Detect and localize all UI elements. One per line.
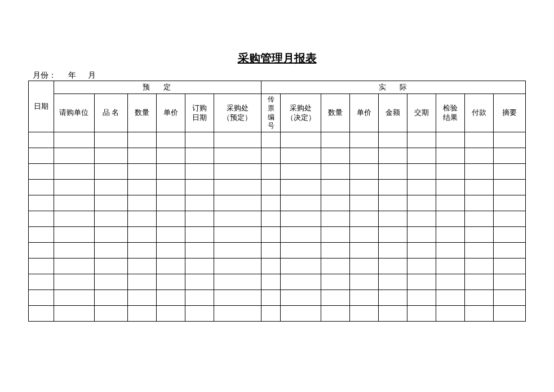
- table-cell: [350, 164, 379, 180]
- table-cell: [94, 180, 127, 195]
- year-char: 年: [68, 71, 76, 79]
- table-cell: [407, 164, 436, 180]
- table-cell: [127, 211, 156, 227]
- table-cell: [321, 132, 350, 148]
- table-cell: [214, 148, 262, 164]
- table-cell: [281, 290, 321, 306]
- table-cell: [379, 227, 407, 243]
- table-cell: [321, 259, 350, 274]
- table-cell: [436, 164, 464, 180]
- table-cell: [407, 180, 436, 195]
- table-row: [29, 306, 526, 322]
- table-cell: [281, 211, 321, 227]
- table-cell: [436, 290, 464, 306]
- table-cell: [214, 274, 262, 290]
- table-cell: [321, 227, 350, 243]
- page-title: 采购管理月报表: [28, 51, 526, 66]
- table-cell: [350, 132, 379, 148]
- col-ticket-no: 传票编号: [262, 94, 281, 132]
- table-row: [29, 227, 526, 243]
- table-cell: [281, 164, 321, 180]
- table-cell: [493, 195, 525, 211]
- table-cell: [29, 148, 54, 164]
- table-cell: [214, 306, 262, 322]
- table-cell: [262, 148, 281, 164]
- col-payment: 付款: [464, 94, 493, 132]
- table-cell: [29, 132, 54, 148]
- table-cell: [29, 243, 54, 259]
- table-cell: [185, 132, 214, 148]
- table-cell: [464, 274, 493, 290]
- table-cell: [127, 290, 156, 306]
- table-cell: [493, 164, 525, 180]
- table-cell: [54, 164, 94, 180]
- table-cell: [262, 259, 281, 274]
- table-cell: [379, 306, 407, 322]
- table-cell: [379, 132, 407, 148]
- table-cell: [350, 243, 379, 259]
- table-cell: [94, 227, 127, 243]
- table-cell: [493, 180, 525, 195]
- month-char: 月: [88, 71, 96, 79]
- table-cell: [281, 195, 321, 211]
- table-cell: [281, 306, 321, 322]
- table-cell: [29, 227, 54, 243]
- group-plan: 预定: [54, 81, 262, 94]
- table-cell: [54, 211, 94, 227]
- col-quantity2: 数量: [321, 94, 350, 132]
- table-cell: [54, 132, 94, 148]
- table-cell: [214, 180, 262, 195]
- table-cell: [281, 259, 321, 274]
- table-cell: [436, 180, 464, 195]
- table-cell: [464, 243, 493, 259]
- table-cell: [156, 148, 185, 164]
- table-cell: [379, 259, 407, 274]
- table-cell: [493, 148, 525, 164]
- table-cell: [407, 259, 436, 274]
- table-cell: [214, 195, 262, 211]
- table-cell: [350, 259, 379, 274]
- table-cell: [379, 195, 407, 211]
- table-cell: [262, 164, 281, 180]
- table-cell: [94, 148, 127, 164]
- table-cell: [464, 180, 493, 195]
- table-cell: [127, 243, 156, 259]
- col-unit-price: 单价: [156, 94, 185, 132]
- table-cell: [156, 164, 185, 180]
- group-actual: 实际: [262, 81, 526, 94]
- table-cell: [54, 148, 94, 164]
- table-cell: [321, 306, 350, 322]
- table-cell: [214, 259, 262, 274]
- month-line: 月份： 年 月: [28, 70, 526, 81]
- table-cell: [493, 132, 525, 148]
- table-cell: [185, 211, 214, 227]
- table-cell: [350, 211, 379, 227]
- table-cell: [407, 306, 436, 322]
- table-cell: [493, 243, 525, 259]
- col-request-unit: 请购单位: [54, 94, 94, 132]
- table-cell: [127, 259, 156, 274]
- table-cell: [29, 180, 54, 195]
- table-cell: [436, 148, 464, 164]
- table-cell: [29, 274, 54, 290]
- table-cell: [262, 274, 281, 290]
- table-cell: [185, 243, 214, 259]
- table-cell: [214, 290, 262, 306]
- table-cell: [185, 195, 214, 211]
- table-cell: [407, 290, 436, 306]
- table-cell: [464, 227, 493, 243]
- table-cell: [54, 306, 94, 322]
- table-cell: [321, 211, 350, 227]
- table-cell: [262, 211, 281, 227]
- table-cell: [54, 259, 94, 274]
- table-row: [29, 148, 526, 164]
- table-row: [29, 211, 526, 227]
- table-cell: [54, 227, 94, 243]
- table-cell: [281, 132, 321, 148]
- table-cell: [54, 243, 94, 259]
- col-quantity: 数量: [127, 94, 156, 132]
- table-cell: [214, 211, 262, 227]
- table-cell: [321, 195, 350, 211]
- table-cell: [379, 274, 407, 290]
- table-cell: [127, 274, 156, 290]
